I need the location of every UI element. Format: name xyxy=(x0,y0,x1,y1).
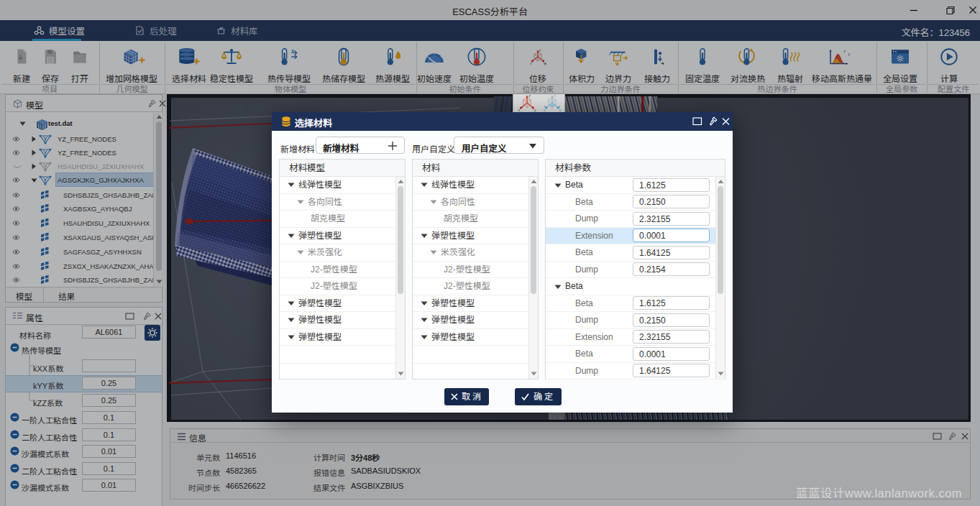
svg-text:z: z xyxy=(528,93,531,98)
svg-text:y: y xyxy=(559,108,562,112)
svg-text:x: x xyxy=(544,108,546,112)
svg-text:z: z xyxy=(554,93,556,98)
svg-text:y: y xyxy=(534,108,536,112)
svg-text:x: x xyxy=(518,108,521,112)
